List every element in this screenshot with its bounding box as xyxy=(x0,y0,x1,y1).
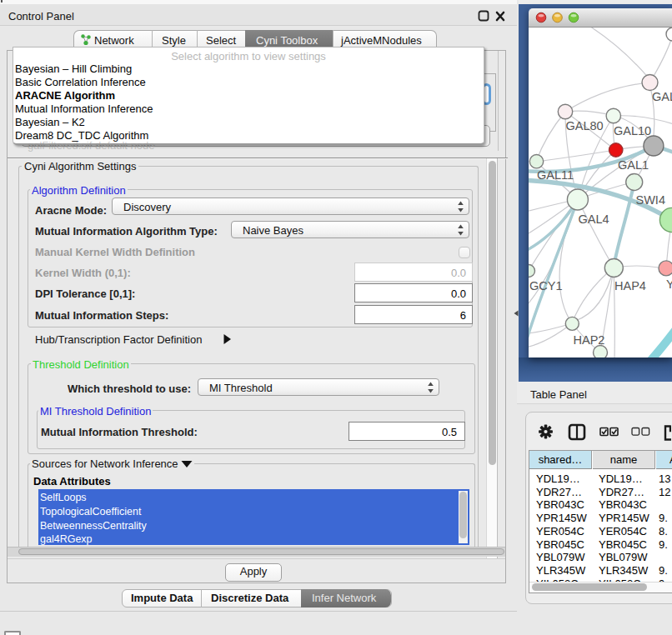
svg-text:GAL7: GAL7 xyxy=(652,90,672,103)
svg-text:HAP2: HAP2 xyxy=(574,333,605,347)
svg-text:GAL80: GAL80 xyxy=(566,119,604,132)
svg-text:HAP4: HAP4 xyxy=(614,279,646,292)
svg-text:Y: Y xyxy=(666,278,672,291)
svg-text:GCY1: GCY1 xyxy=(529,279,563,292)
svg-text:GAL11: GAL11 xyxy=(537,168,574,182)
svg-text:GAL10: GAL10 xyxy=(614,124,651,138)
svg-text:GAL4: GAL4 xyxy=(579,212,609,226)
svg-text:GAL1: GAL1 xyxy=(618,158,649,172)
svg-text:SWI4: SWI4 xyxy=(636,193,665,207)
